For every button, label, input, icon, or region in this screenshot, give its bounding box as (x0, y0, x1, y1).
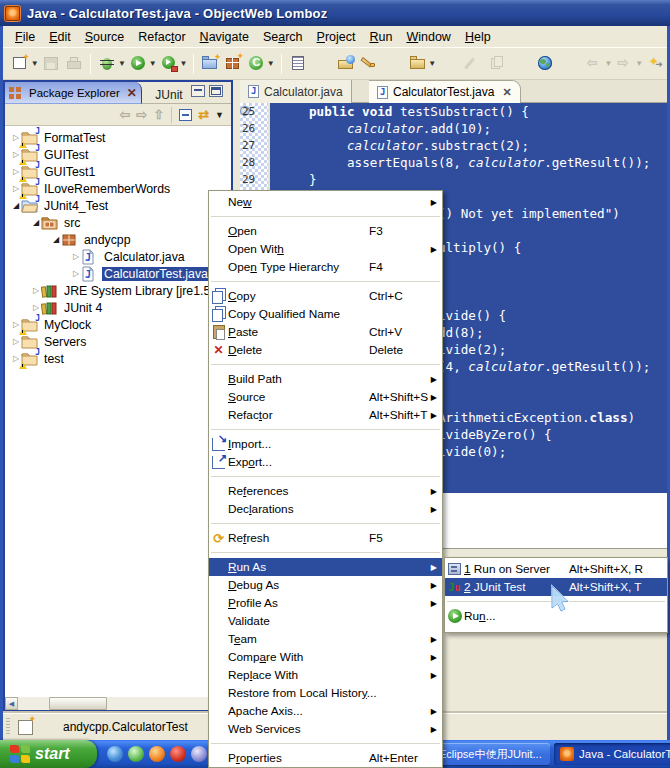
maximize-view-icon[interactable] (209, 85, 223, 97)
quill-icon[interactable] (466, 55, 483, 72)
menu-item-validate[interactable]: Validate (209, 612, 442, 630)
tab-package-explorer[interactable]: Package Explorer ✕ (5, 82, 142, 104)
taskbar-button-eclipse-junit[interactable]: Eclipse中使用JUnit... (433, 743, 550, 765)
tree-item-calculator-java[interactable]: ▷JCalculator.java (5, 248, 231, 265)
scroll-thumb[interactable] (49, 697, 107, 710)
web-browser-icon[interactable] (537, 55, 554, 72)
menu-item-copy-qualified-name[interactable]: Copy Qualified Name (209, 305, 442, 323)
menu-item-declarations[interactable]: Declarations▶ (209, 500, 442, 518)
media-icon[interactable] (170, 746, 186, 762)
menu-project[interactable]: Project (310, 28, 363, 46)
editor-tab-calculator-java[interactable]: Calculator.java (240, 80, 352, 103)
menu-help[interactable]: Help (458, 28, 498, 46)
pages-icon[interactable] (489, 55, 506, 72)
menu-item-debug-as[interactable]: Debug As▶ (209, 576, 442, 594)
editor-tab-calculatortest-java[interactable]: CalculatorTest.java✕ (369, 80, 521, 103)
view-menu-icon[interactable]: ▼ (215, 110, 224, 120)
msn-icon[interactable] (128, 746, 144, 762)
menu-item-open-with[interactable]: Open With▶ (209, 240, 442, 258)
menu-item-apache-axis[interactable]: Apache Axis...▶ (209, 702, 442, 720)
new-java-project-icon[interactable]: ✦ (202, 55, 219, 72)
print-icon[interactable] (66, 55, 83, 72)
menu-item-web-services[interactable]: Web Services▶ (209, 720, 442, 738)
open-resource-icon[interactable] (338, 55, 355, 72)
up-icon[interactable]: ⇧ (153, 107, 164, 122)
dropdown-icon[interactable]: ▼ (118, 59, 126, 68)
menu-item-1-run-on-server[interactable]: 1 Run on ServerAlt+Shift+X, R (445, 560, 667, 578)
expand-icon[interactable]: ▷ (71, 269, 81, 278)
close-icon[interactable]: ✕ (502, 86, 511, 99)
tree-item-test[interactable]: ▷Jtest (5, 350, 231, 367)
menu-item-references[interactable]: References▶ (209, 482, 442, 500)
taskbar-button-java-calculator[interactable]: Java - CalculatorTest.java - ObjectWeb L… (554, 743, 670, 765)
menu-item-export[interactable]: Export... (209, 453, 442, 471)
menu-edit[interactable]: Edit (42, 28, 78, 46)
expand-icon[interactable]: ▷ (31, 303, 41, 312)
menu-search[interactable]: Search (256, 28, 310, 46)
dropdown-icon[interactable]: ▼ (635, 59, 643, 68)
collapse-all-icon[interactable] (179, 109, 192, 121)
new-package-icon[interactable]: ✦ (225, 55, 242, 72)
dropdown-icon[interactable]: ▼ (267, 59, 275, 68)
back-icon[interactable]: ⇦ (586, 55, 603, 72)
menu-item-new[interactable]: New▶ (209, 193, 442, 211)
menu-item-build-path[interactable]: Build Path▶ (209, 370, 442, 388)
menu-source[interactable]: Source (78, 28, 132, 46)
dropdown-icon[interactable]: ▼ (149, 59, 157, 68)
tree-item-andycpp[interactable]: ◢andycpp (5, 231, 231, 248)
menu-item-open[interactable]: OpenF3 (209, 222, 442, 240)
app-icon[interactable] (191, 746, 207, 762)
menu-item-replace-with[interactable]: Replace With▶ (209, 666, 442, 684)
debug-icon[interactable] (99, 55, 116, 72)
expand-icon[interactable]: ▷ (71, 252, 81, 261)
marker-icon[interactable] (361, 55, 378, 72)
link-with-editor-icon[interactable]: ⇄ (198, 107, 209, 122)
scroll-left-icon[interactable]: ◀ (5, 697, 18, 710)
new-wizard-icon[interactable]: ✦ (12, 55, 29, 72)
run-icon[interactable] (130, 55, 147, 72)
folder-icon[interactable] (410, 55, 427, 72)
menu-item-restore-from-local-history[interactable]: Restore from Local History... (209, 684, 442, 702)
dropdown-icon[interactable]: ▼ (428, 59, 436, 68)
close-icon[interactable]: ✕ (127, 86, 137, 100)
minimize-view-icon[interactable] (191, 85, 205, 97)
tree-item-src[interactable]: ◢src (5, 214, 231, 231)
save-icon[interactable] (43, 55, 60, 72)
firefox-icon[interactable] (149, 746, 165, 762)
menu-item-properties[interactable]: PropertiesAlt+Enter (209, 749, 442, 767)
menu-item-source[interactable]: SourceAlt+Shift+S▶ (209, 388, 442, 406)
collapse-icon[interactable]: ◢ (31, 218, 41, 227)
collapse-icon[interactable]: ◢ (11, 201, 21, 210)
console-icon[interactable] (290, 55, 307, 72)
start-button[interactable]: start (0, 740, 97, 768)
menu-item-delete[interactable]: ✕DeleteDelete (209, 341, 442, 359)
forward-icon[interactable]: ⇨ (136, 107, 147, 122)
ie-icon[interactable] (107, 746, 123, 762)
expand-icon[interactable]: ▷ (31, 286, 41, 295)
menu-file[interactable]: File (8, 28, 42, 46)
horizontal-scrollbar[interactable]: ◀ ▶ (5, 697, 231, 710)
menu-window[interactable]: Window (399, 28, 457, 46)
menu-item-run-as[interactable]: Run As▶ (209, 558, 442, 576)
dropdown-icon[interactable]: ▼ (180, 59, 188, 68)
back-icon[interactable]: ⇦ (119, 107, 130, 122)
run-external-icon[interactable] (161, 55, 178, 72)
dropdown-icon[interactable]: ▼ (605, 59, 613, 68)
menu-item-refresh[interactable]: ⟳RefreshF5 (209, 529, 442, 547)
menu-item-paste[interactable]: PasteCtrl+V (209, 323, 442, 341)
new-class-icon[interactable]: C (248, 55, 265, 72)
dropdown-icon[interactable]: ▼ (31, 59, 39, 68)
menu-item-copy[interactable]: CopyCtrl+C (209, 287, 442, 305)
menu-item-refactor[interactable]: RefactorAlt+Shift+T▶ (209, 406, 442, 424)
menu-item-team[interactable]: Team▶ (209, 630, 442, 648)
expand-icon[interactable]: ▷ (11, 337, 21, 346)
tree-item-jre-system-library-jre1-5[interactable]: ▷JRE System Library [jre1.5. (5, 282, 231, 299)
tree-item-calculatortest-java[interactable]: ▷JCalculatorTest.java (5, 265, 231, 282)
tree-item-junit4-test[interactable]: ◢JJUnit4_Test (5, 197, 231, 214)
menu-item-import[interactable]: Import... (209, 435, 442, 453)
menu-run[interactable]: Run (362, 28, 399, 46)
tree-item-myclock[interactable]: ▷JMyClock (5, 316, 231, 333)
tab-junit[interactable]: JUnit (145, 85, 193, 104)
menu-item-open-type-hierarchy[interactable]: Open Type HierarchyF4 (209, 258, 442, 276)
menu-refactor[interactable]: Refactor (131, 28, 192, 46)
